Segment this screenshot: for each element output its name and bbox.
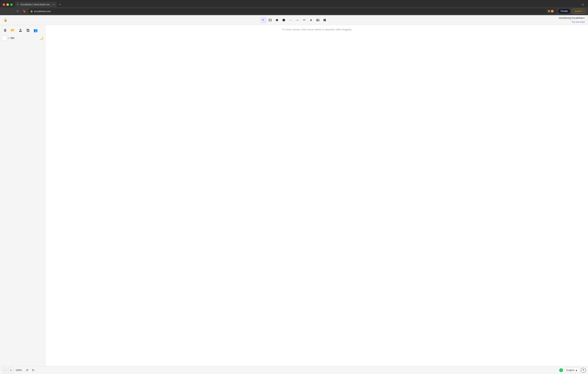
update-chevron-icon: ▾: [582, 10, 583, 12]
diamond-tool-button[interactable]: [274, 17, 280, 23]
image-tool-button[interactable]: [315, 17, 321, 23]
tab-favicon: ✎: [17, 3, 20, 6]
private-button[interactable]: Private: [558, 9, 570, 13]
active-tab[interactable]: ✎ Excalidraw | Hand-drawn look & ✕: [15, 2, 57, 7]
nav-bar: ‹ › ↻ 🔖 🔒 excalidraw.com 🦁 2 Private Upd…: [0, 7, 588, 15]
title-bar: ✎ Excalidraw | Hand-drawn look & ✕ + ⊙: [0, 0, 588, 7]
language-label: English: [566, 369, 574, 372]
select-tool-button[interactable]: [260, 17, 267, 23]
color-preview[interactable]: [2, 36, 7, 41]
chevron-down-icon: ▲: [575, 369, 578, 372]
maximize-button[interactable]: [10, 3, 13, 6]
language-selector[interactable]: English ▲: [565, 368, 579, 372]
toolbar-left: 🔓: [2, 17, 10, 23]
svg-marker-1: [276, 19, 278, 21]
update-label: Update: [574, 10, 581, 12]
rectangle-tool-button[interactable]: [267, 17, 273, 23]
lock-tool-button[interactable]: 🔓: [2, 17, 9, 23]
back-button[interactable]: ‹: [2, 9, 8, 14]
save-button[interactable]: [25, 27, 32, 34]
text-tool-button[interactable]: A: [308, 17, 314, 23]
lock-icon: 🔒: [30, 10, 33, 12]
introducing-plus-text: Introducing Excalidraw+: [559, 16, 585, 20]
arrow-tool-button[interactable]: →: [287, 17, 294, 23]
collaborate-button[interactable]: 👥: [32, 27, 39, 34]
zoom-controls: − + 100%: [2, 368, 23, 373]
app-content: 🔓 → — ✏ A: [0, 15, 588, 374]
sidebar: 🗑 📂 👥 # 🌙: [0, 25, 45, 366]
line-tool-button[interactable]: —: [294, 17, 301, 23]
color-picker-row: # 🌙: [2, 36, 43, 41]
bottom-bar: − + 100% ↺ ↻ ✓ English ▲ ?: [0, 366, 588, 374]
hash-symbol: #: [8, 37, 9, 40]
forward-button[interactable]: ›: [9, 9, 14, 14]
draw-tool-button[interactable]: ✏: [301, 17, 307, 23]
close-button[interactable]: [3, 3, 5, 6]
delete-button[interactable]: 🗑: [2, 27, 9, 34]
brave-icon: 🦁: [548, 10, 550, 12]
canvas-area[interactable]: To move canvas, hold mouse wheel or spac…: [45, 25, 588, 366]
try-now-link[interactable]: Try out now!: [572, 20, 585, 23]
bottom-right: ✓ English ▲ ?: [559, 368, 586, 373]
zoom-level[interactable]: 100%: [14, 369, 23, 372]
ellipse-tool-button[interactable]: [281, 17, 287, 23]
help-button[interactable]: ?: [581, 368, 586, 373]
undo-redo-controls: ↺ ↻: [24, 368, 36, 373]
svg-point-2: [283, 19, 285, 21]
tab-bar: ✎ Excalidraw | Hand-drawn look & ✕ +: [15, 1, 580, 8]
color-input[interactable]: [10, 37, 26, 40]
tab-title: Excalidraw | Hand-drawn look &: [21, 3, 52, 6]
main-toolbar: 🔓 → — ✏ A: [0, 15, 588, 25]
dark-mode-button[interactable]: 🌙: [40, 36, 43, 40]
sidebar-toolbar: 🗑 📂 👥: [2, 27, 43, 34]
main-area: 🗑 📂 👥 # 🌙 To move canvas, hold mouse whe…: [0, 25, 588, 366]
svg-rect-0: [269, 19, 271, 21]
zoom-out-button[interactable]: −: [2, 368, 8, 373]
update-button[interactable]: Update ▾: [572, 9, 586, 13]
brave-shield[interactable]: 🦁 2: [546, 9, 555, 13]
reload-button[interactable]: ↻: [15, 9, 21, 14]
redo-button[interactable]: ↻: [31, 368, 36, 373]
url-text: excalidraw.com: [34, 10, 545, 13]
tool-group: → — ✏ A: [260, 17, 328, 23]
browser-window: ✎ Excalidraw | Hand-drawn look & ✕ + ⊙ ‹…: [0, 0, 588, 15]
zoom-in-button[interactable]: +: [8, 368, 14, 373]
tab-close-button[interactable]: ✕: [53, 3, 55, 6]
minimize-button[interactable]: [6, 3, 9, 6]
new-tab-button[interactable]: +: [57, 2, 63, 7]
toolbar-right: Introducing Excalidraw+ Try out now!: [559, 16, 585, 24]
canvas-hint: To move canvas, hold mouse wheel or spac…: [282, 28, 351, 31]
window-options[interactable]: ⊙: [580, 2, 585, 7]
library-tool-button[interactable]: [321, 17, 328, 23]
undo-button[interactable]: ↺: [24, 368, 30, 373]
brave-count: 2: [551, 10, 554, 12]
export-button[interactable]: [17, 27, 24, 34]
status-indicator: ✓: [559, 368, 563, 372]
bookmark-button[interactable]: 🔖: [21, 9, 27, 14]
open-button[interactable]: 📂: [10, 27, 16, 34]
traffic-lights: [3, 3, 13, 6]
address-bar[interactable]: 🔒 excalidraw.com 🦁 2: [28, 8, 557, 14]
